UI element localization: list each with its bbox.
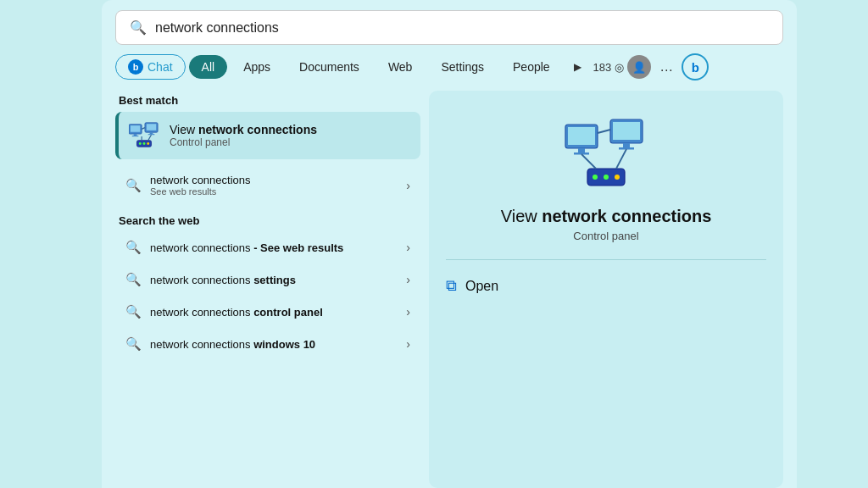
list-item-network-main: network connections — [150, 174, 398, 186]
wifi-icon: ◎ — [615, 61, 624, 74]
svg-rect-17 — [578, 148, 585, 152]
right-icon-area — [564, 118, 648, 193]
network-connections-icon-large — [564, 118, 648, 190]
svg-point-25 — [593, 175, 598, 180]
web-item-4-text: network connections windows 10 — [150, 338, 398, 351]
svg-point-27 — [615, 175, 620, 180]
svg-point-12 — [147, 142, 149, 145]
tab-apps[interactable]: Apps — [231, 55, 283, 79]
tab-web-label: Web — [388, 60, 413, 74]
tab-chat[interactable]: b Chat — [115, 54, 186, 80]
svg-rect-20 — [613, 122, 640, 140]
svg-line-23 — [598, 130, 610, 133]
svg-line-29 — [616, 149, 626, 169]
svg-rect-21 — [623, 143, 630, 147]
bing-icon-button[interactable]: b — [682, 53, 709, 80]
web-item-1-text: network connections - See web results — [150, 241, 398, 254]
best-match-label: Best match — [115, 94, 420, 107]
right-panel-subtitle: Control panel — [573, 230, 638, 242]
more-options-button[interactable]: … — [654, 56, 678, 78]
svg-point-11 — [143, 142, 146, 145]
list-item-network-web[interactable]: 🔍 network connections See web results › — [115, 166, 420, 204]
tab-documents[interactable]: Documents — [287, 55, 372, 79]
right-panel: View network connections Control panel ⧉… — [429, 91, 783, 488]
search-panel: 🔍 b Chat All Apps Documents Web Settings — [102, 0, 797, 488]
web-item-1-arrow: › — [406, 241, 410, 254]
left-panel: Best match — [115, 91, 420, 488]
tab-settings[interactable]: Settings — [428, 55, 497, 79]
tab-chat-label: Chat — [147, 60, 173, 74]
search-icon-3: 🔍 — [125, 304, 142, 319]
web-item-1-main: network connections - See web results — [150, 241, 398, 254]
web-item-4[interactable]: 🔍 network connections windows 10 › — [115, 329, 420, 359]
best-match-icon — [129, 120, 159, 151]
svg-rect-16 — [568, 127, 595, 145]
web-item-3-text: network connections control panel — [150, 306, 398, 319]
bing-b-icon: b — [692, 60, 699, 75]
tab-web[interactable]: Web — [376, 55, 426, 79]
network-connections-icon-small — [129, 122, 159, 149]
search-icon: 🔍 — [125, 178, 142, 193]
svg-rect-1 — [131, 125, 140, 132]
right-panel-title: View network connections — [501, 207, 712, 226]
web-item-3[interactable]: 🔍 network connections control panel › — [115, 297, 420, 327]
tab-all-label: All — [202, 60, 215, 74]
web-item-3-arrow: › — [406, 305, 410, 319]
web-item-3-main: network connections control panel — [150, 306, 398, 319]
search-bar: 🔍 — [115, 10, 783, 45]
tab-count-number: 183 — [593, 61, 612, 74]
web-item-1[interactable]: 🔍 network connections - See web results … — [115, 232, 420, 263]
search-input[interactable] — [155, 20, 769, 36]
web-item-2[interactable]: 🔍 network connections settings › — [115, 264, 420, 295]
svg-rect-2 — [134, 134, 137, 136]
svg-rect-5 — [147, 124, 156, 130]
open-label: Open — [465, 279, 498, 294]
best-match-item[interactable]: View network connections Control panel — [115, 112, 420, 159]
tab-people[interactable]: People — [500, 55, 563, 79]
divider — [446, 259, 766, 260]
main-content: Best match — [115, 91, 783, 488]
search-web-label: Search the web — [115, 214, 420, 227]
svg-rect-3 — [132, 136, 139, 136]
web-item-2-main: network connections settings — [150, 274, 398, 286]
svg-line-28 — [581, 154, 596, 169]
tabs-more-arrow[interactable]: ▶ — [566, 55, 590, 79]
tabs-bar: b Chat All Apps Documents Web Settings P… — [115, 53, 783, 80]
tab-all[interactable]: All — [189, 55, 228, 79]
tab-settings-label: Settings — [441, 60, 484, 74]
best-match-subtitle: Control panel — [170, 136, 317, 148]
list-item-arrow: › — [406, 179, 410, 192]
search-icon: 🔍 — [130, 19, 147, 36]
web-item-4-arrow: › — [406, 337, 410, 351]
web-item-2-arrow: › — [406, 273, 410, 286]
search-icon-4: 🔍 — [125, 336, 142, 352]
search-icon-2: 🔍 — [125, 272, 142, 287]
list-item-network-sub: See web results — [150, 186, 398, 197]
web-item-2-text: network connections settings — [150, 274, 398, 286]
svg-line-14 — [148, 135, 152, 141]
search-icon-1: 🔍 — [125, 240, 142, 255]
bing-chat-icon: b — [128, 59, 143, 75]
svg-line-8 — [142, 128, 145, 130]
open-icon: ⧉ — [446, 277, 457, 295]
user-avatar[interactable]: 👤 — [627, 55, 651, 79]
best-match-title: View network connections — [170, 123, 317, 136]
list-item-network-text: network connections See web results — [150, 174, 398, 197]
tab-count: 183 ◎ — [593, 61, 625, 74]
best-match-text: View network connections Control panel — [170, 123, 317, 148]
open-button[interactable]: ⧉ Open — [446, 272, 498, 300]
svg-point-10 — [139, 142, 142, 145]
tab-people-label: People — [513, 60, 550, 74]
tab-documents-label: Documents — [299, 60, 359, 74]
web-item-4-main: network connections windows 10 — [150, 338, 398, 351]
svg-rect-6 — [150, 132, 153, 134]
tab-apps-label: Apps — [243, 60, 270, 74]
svg-point-26 — [604, 175, 609, 180]
